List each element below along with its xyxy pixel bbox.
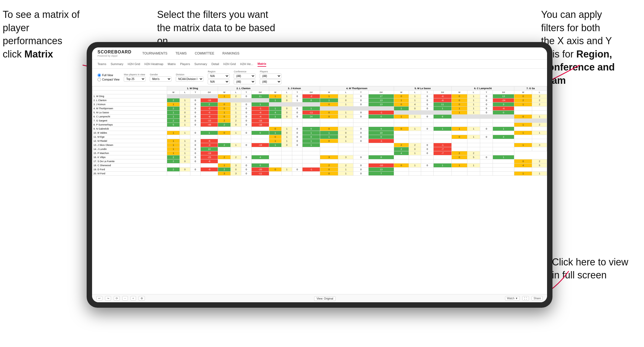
full-view-option[interactable]: Full View <box>97 73 119 77</box>
app-nav: SCOREBOARD Powered by clippd TOURNAMENTS… <box>92 47 547 60</box>
cell-r17-c1-3: 0 <box>252 163 269 168</box>
nav-tournaments[interactable]: TOURNAMENTS <box>142 50 167 56</box>
cell-r17-c1-2: 0 <box>241 163 252 168</box>
cell-r16-c1-3 <box>252 159 269 163</box>
tab-summary[interactable]: Summary <box>110 62 123 66</box>
conference-select-2[interactable]: (All) <box>234 79 255 84</box>
table-row: 14. J Lundin11010200-7 <box>92 147 547 151</box>
matrix-content[interactable]: 1. W Ding 2. L Clanton 3. J Koivun 4. M … <box>92 86 547 294</box>
cell-r0-c0-0 <box>167 94 180 98</box>
tab-h2h-he[interactable]: H2H He... <box>240 62 253 66</box>
cell-r13-c5-2 <box>480 147 493 151</box>
cell-r9-c5-3 <box>493 131 514 135</box>
refresh-btn[interactable]: ⟳ <box>114 296 120 301</box>
tab-detail[interactable]: Detail <box>212 62 219 66</box>
redo-btn[interactable]: ↪ <box>105 296 111 301</box>
cell-r14-c4-0: 4 <box>394 151 409 155</box>
watch-btn[interactable]: Watch ▼ <box>505 296 520 301</box>
nav-committee[interactable]: COMMITTEE <box>195 50 214 56</box>
tab-matrix-1[interactable]: Matrix <box>168 62 176 66</box>
cell-r7-c3-0 <box>320 123 338 127</box>
cell-r19-c3-1: 1 <box>338 172 353 176</box>
cell-r4-c1-0: 1 <box>218 111 231 115</box>
share-btn[interactable]: Share <box>532 296 543 301</box>
cell-r19-c0-0 <box>167 172 180 176</box>
scoreboard-logo: SCOREBOARD Powered by clippd <box>97 50 132 57</box>
cell-r11-c4-3 <box>434 139 452 143</box>
tab-players[interactable]: Players <box>180 62 190 66</box>
cell-r16-c3-2 <box>353 159 369 163</box>
cell-r12-c0-0: 1 <box>167 143 180 147</box>
cell-r16-c3-0 <box>320 159 338 163</box>
cell-r3-c3-0 <box>320 107 338 111</box>
tab-matrix-active[interactable]: Matrix <box>258 61 266 67</box>
cell-r9-c2-1: 0 <box>282 131 292 135</box>
cell-r8-c3-0: 0 <box>320 127 338 131</box>
cell-r10-c5-3: 4 <box>493 135 514 139</box>
cell-r16-c4-2 <box>421 159 434 163</box>
table-row: 2. L Clanton210-16101010013110-6010-2422 <box>92 98 547 102</box>
max-players-select[interactable]: Top 25 <box>124 76 145 82</box>
cell-r3-c3-2 <box>353 107 369 111</box>
cell-r10-c2-0: 0 <box>269 135 282 139</box>
zoom-in-btn[interactable]: + <box>131 296 136 301</box>
gender-select[interactable]: Men's <box>150 76 171 82</box>
cell-r11-c6-1 <box>532 139 547 143</box>
nav-teams[interactable]: TEAMS <box>175 50 187 56</box>
cell-r10-c5-2: 0 <box>480 135 493 139</box>
cell-r16-c2-2 <box>292 159 303 163</box>
cell-r18-c6-0 <box>514 168 532 172</box>
cell-r6-c0-2: 0 <box>190 119 201 123</box>
row-label-3: 4. M Thorbjornsen <box>92 107 167 111</box>
cell-r0-c2-3: -2 <box>303 94 320 98</box>
toolbar-right: Watch ▼ ⛶ Share <box>505 296 543 301</box>
region-select[interactable]: N/A <box>208 73 229 79</box>
cell-r4-c3-1: 1 <box>338 111 353 115</box>
cell-r12-c3-2 <box>353 143 369 147</box>
cell-r6-c6-0 <box>514 119 532 123</box>
expand-btn[interactable]: ⛶ <box>522 296 529 301</box>
nav-rankings[interactable]: RANKINGS <box>222 50 239 56</box>
cell-r4-c3-0: 0 <box>320 111 338 115</box>
sh-5-w: W <box>394 91 409 94</box>
cell-r10-c5-1: 1 <box>467 135 480 139</box>
tab-teams[interactable]: Teams <box>97 62 106 66</box>
cell-r0-c3-3: 17 <box>369 94 394 98</box>
cell-r7-c5-0 <box>452 123 467 127</box>
division-select[interactable]: NCAA Division I <box>176 76 203 82</box>
tab-h2h-heatmap[interactable]: H2H Heatmap <box>144 62 163 66</box>
tab-h2h-grid-2[interactable]: H2H Grid <box>223 62 236 66</box>
cell-r11-c2-1: 1 <box>282 139 292 143</box>
cell-r4-c6-0 <box>514 111 532 115</box>
cell-r10-c3-1: 0 <box>338 135 353 139</box>
annotation-top-right: You can apply filters for both the X axi… <box>541 8 639 87</box>
conference-select[interactable]: (All) <box>234 73 255 79</box>
row-label-6: 7. G Sargent <box>92 119 167 123</box>
region-select-2[interactable]: N/A <box>208 79 229 84</box>
settings-btn[interactable]: ⚙ <box>139 296 145 301</box>
players-select-2[interactable]: (All) <box>260 79 281 84</box>
tab-h2h-grid[interactable]: H2H Grid <box>128 62 140 66</box>
cell-r5-c4-3: 6 <box>434 115 452 119</box>
cell-r3-c0-3: -2 <box>201 107 218 111</box>
undo-btn[interactable]: ↩ <box>96 296 102 301</box>
zoom-out-btn[interactable]: − <box>122 296 128 301</box>
cell-r4-c4-1 <box>409 111 421 115</box>
col-header-1: 1. W Ding <box>167 86 218 91</box>
cell-r17-c4-1: 1 <box>409 163 421 168</box>
full-view-radio[interactable] <box>97 73 101 77</box>
cell-r11-c3-0: 0 <box>320 139 338 143</box>
cell-r10-c3-0: 1 <box>320 135 338 139</box>
compact-view-option[interactable]: Compact View <box>97 78 119 81</box>
cell-r8-c3-3: 9 <box>369 127 394 131</box>
compact-view-radio[interactable] <box>97 78 101 81</box>
cell-r3-c2-1: 0 <box>282 107 292 111</box>
cell-r13-c6-1 <box>532 147 547 151</box>
view-original-btn[interactable]: View: Original <box>314 296 336 301</box>
cell-r9-c3-3: 10 <box>369 131 394 135</box>
players-select[interactable]: (All) <box>260 73 281 79</box>
cell-r2-c3-1: 1 <box>338 102 353 107</box>
tab-summary-2[interactable]: Summary <box>194 62 207 66</box>
sh-6-l: L <box>467 91 480 94</box>
cell-r1-c3-2: 0 <box>353 98 369 102</box>
